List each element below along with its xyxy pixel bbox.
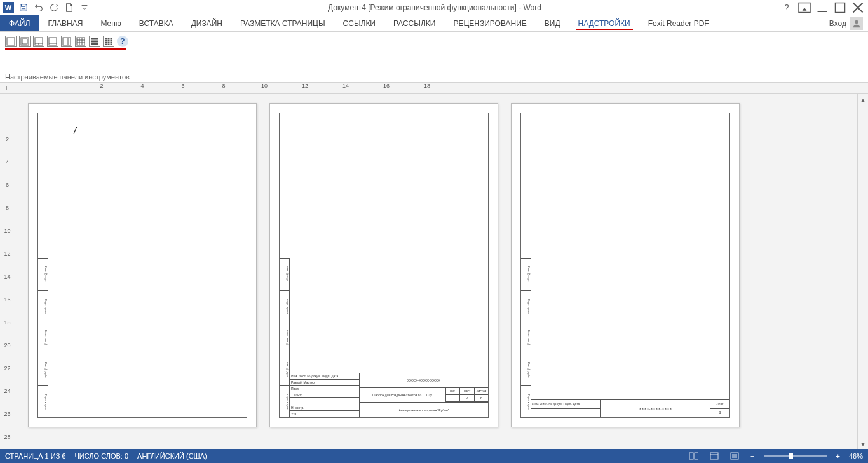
tab-foxit[interactable]: Foxit Reader PDF [639, 15, 718, 31]
minimize-button[interactable] [815, 2, 830, 13]
tab-menu[interactable]: Меню [92, 15, 130, 31]
status-language[interactable]: АНГЛИЙСКИЙ (США) [137, 452, 207, 460]
new-doc-button[interactable] [64, 2, 75, 13]
signin-link[interactable]: Вход [829, 19, 846, 28]
stamp-title: Шаблон для создания отчетов по ГОСТу [360, 388, 445, 402]
tab-review[interactable]: РЕЦЕНЗИРОВАНИЕ [444, 15, 535, 31]
tab-references[interactable]: ССЫЛКИ [334, 15, 384, 31]
page-2[interactable]: Инв. №подл.Подп. и датаВзам. инв. №Инв. … [269, 103, 498, 427]
small-title-block: Изм. Лист. № докум. Подп. Дата ХХХХ-ХХХХ… [531, 399, 729, 417]
status-words[interactable]: ЧИСЛО СЛОВ: 0 [75, 452, 129, 460]
horizontal-ruler[interactable]: 24681012141618 [15, 83, 868, 93]
svg-rect-10 [91, 38, 98, 45]
avatar-icon[interactable] [850, 17, 863, 30]
page-frame: Инв. №подл.Подп. и датаВзам. инв. №Инв. … [520, 113, 730, 418]
addin-help-button[interactable]: ? [117, 36, 128, 47]
frame-btn-5[interactable] [61, 36, 72, 47]
ribbon-content: ? Настраиваемые панели инструментов [0, 32, 868, 83]
redo-button[interactable] [48, 2, 60, 13]
tab-addins[interactable]: НАДСТРОЙКИ [569, 15, 639, 31]
ribbon-display-button[interactable] [797, 2, 812, 13]
scroll-up-icon[interactable]: ▴ [858, 94, 868, 105]
window-title: Документ4 [Режим ограниченной функционал… [93, 3, 776, 12]
title-block: Изм. Лист. № докум. Подп. Дата Разраб. М… [290, 373, 488, 417]
svg-rect-3 [7, 38, 15, 45]
ribbon-tabs: ФАЙЛ ГЛАВНАЯ Меню ВСТАВКА ДИЗАЙН РАЗМЕТК… [0, 15, 868, 32]
ruler-row: L 24681012141618 [0, 83, 868, 94]
vertical-ruler[interactable]: 246810121416182022242628 [0, 94, 15, 449]
stamp-company: Авиационная корпорация "Рубин" [360, 403, 488, 417]
side-stamp: Инв. №подл.Подп. и датаВзам. инв. №Инв. … [280, 258, 290, 417]
maximize-button[interactable] [832, 2, 848, 13]
window-controls: ? [776, 2, 868, 13]
addin-toolbar: ? [5, 36, 863, 47]
status-bar: СТРАНИЦА 1 ИЗ 6 ЧИСЛО СЛОВ: 0 АНГЛИЙСКИЙ… [0, 449, 868, 463]
tab-file[interactable]: ФАЙЛ [0, 15, 39, 31]
svg-rect-1 [836, 3, 845, 12]
side-stamp: Инв. №подл.Подп. и датаВзам. инв. №Инв. … [38, 258, 48, 417]
frame-btn-3[interactable] [33, 36, 44, 47]
undo-button[interactable] [33, 2, 44, 13]
close-button[interactable] [850, 2, 865, 13]
ribbon-group-label: Настраиваемые панели инструментов [5, 73, 863, 82]
frame-btn-4[interactable] [47, 36, 58, 47]
svg-rect-9 [77, 38, 85, 45]
view-print-button[interactable] [707, 451, 721, 461]
frame-btn-8[interactable] [103, 36, 114, 47]
addin-underline [5, 48, 126, 50]
frame-btn-1[interactable] [5, 36, 17, 47]
page-3[interactable]: Инв. №подл.Подп. и датаВзам. инв. №Инв. … [511, 103, 740, 427]
svg-rect-8 [63, 38, 71, 45]
tab-home[interactable]: ГЛАВНАЯ [39, 15, 92, 31]
frame-btn-6[interactable] [75, 36, 86, 47]
svg-point-2 [855, 20, 858, 23]
tab-view[interactable]: ВИД [536, 15, 569, 31]
view-read-button[interactable] [687, 451, 701, 461]
save-button[interactable] [18, 2, 29, 13]
side-stamp: Инв. №подл.Подп. и датаВзам. инв. №Инв. … [521, 258, 531, 417]
tab-design[interactable]: ДИЗАЙН [182, 15, 231, 31]
svg-rect-0 [799, 3, 810, 12]
scroll-down-icon[interactable]: ▾ [858, 438, 868, 449]
tab-insert[interactable]: ВСТАВКА [130, 15, 182, 31]
status-page[interactable]: СТРАНИЦА 1 ИЗ 6 [5, 452, 66, 460]
zoom-in-button[interactable]: + [834, 452, 843, 460]
document-area: 246810121416182022242628 / Инв. №подл.По… [0, 94, 868, 449]
zoom-slider[interactable] [764, 455, 827, 457]
quick-access-toolbar: W [0, 2, 93, 13]
svg-rect-14 [710, 453, 718, 459]
frame-btn-2[interactable] [19, 36, 31, 47]
help-button[interactable]: ? [779, 2, 794, 13]
pages-container[interactable]: / Инв. №подл.Подп. и датаВзам. инв. №Инв… [15, 94, 857, 449]
svg-rect-5 [22, 39, 27, 44]
vertical-scrollbar[interactable]: ▴ ▾ [857, 94, 868, 449]
stamp-code: ХХХХ-ХХХХ-ХХХХ [360, 373, 488, 388]
word-logo-icon: W [3, 2, 14, 13]
view-web-button[interactable] [728, 451, 742, 461]
frame-btn-7[interactable] [89, 36, 100, 47]
zoom-level[interactable]: 46% [849, 452, 863, 460]
svg-rect-12 [689, 453, 693, 459]
page-frame: Инв. №подл.Подп. и датаВзам. инв. №Инв. … [279, 113, 489, 418]
tab-layout[interactable]: РАЗМЕТКА СТРАНИЦЫ [231, 15, 334, 31]
zoom-out-button[interactable]: − [748, 452, 757, 460]
text-cursor: / [74, 126, 76, 136]
qat-customize-button[interactable] [79, 2, 90, 13]
page-frame: / Инв. №подл.Подп. и датаВзам. инв. №Инв… [37, 113, 247, 418]
ruler-corner[interactable]: L [0, 83, 15, 93]
page-1[interactable]: / Инв. №подл.Подп. и датаВзам. инв. №Инв… [28, 103, 257, 427]
svg-rect-7 [49, 38, 57, 45]
svg-rect-13 [695, 453, 698, 459]
title-bar: W Документ4 [Режим ограниченной функцион… [0, 0, 868, 15]
tab-mailings[interactable]: РАССЫЛКИ [384, 15, 444, 31]
